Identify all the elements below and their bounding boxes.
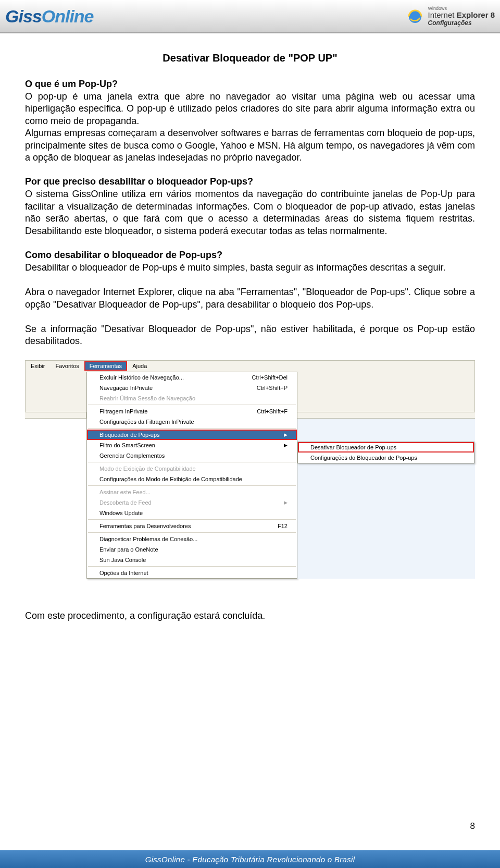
- menu-item-shortcut: Ctrl+Shift+Del: [252, 374, 288, 381]
- step2-para: Se a informação "Desativar Bloqueador de…: [25, 323, 475, 348]
- menu-item-label: Enviar para o OneNote: [99, 546, 158, 553]
- popup-blocker-submenu: Desativar Bloqueador de Pop-upsConfigura…: [297, 442, 474, 463]
- menu-item-label: Filtro do SmartScreen: [99, 442, 155, 448]
- menu-item-label: Configurações da Filtragem InPrivate: [99, 419, 194, 425]
- submenu-arrow-icon: ▶: [284, 432, 288, 437]
- menu-ajuda[interactable]: Ajuda: [127, 361, 152, 371]
- menu-item-shortcut: F12: [278, 523, 288, 529]
- ss-right-toolbar-bg: [297, 372, 475, 412]
- q3-para: Desabilitar o bloqueador de Pop-ups é mu…: [25, 262, 475, 274]
- q1-heading: O que é um Pop-Up?: [25, 79, 475, 90]
- submenu-item[interactable]: Desativar Bloqueador de Pop-ups: [298, 442, 474, 453]
- q1-para1: O pop-up é uma janela extra que abre no …: [25, 91, 475, 127]
- ss-right-bar: [297, 412, 475, 419]
- menu-ferramentas[interactable]: Ferramentas: [84, 361, 127, 371]
- menu-item[interactable]: Excluir Histórico de Navegação...Ctrl+Sh…: [87, 372, 297, 383]
- document-content: Desativar Bloqueador de "POP UP" O que é…: [0, 33, 500, 348]
- menu-item-label: Diagnosticar Problemas de Conexão...: [99, 536, 197, 542]
- ie-name: Internet: [428, 10, 457, 19]
- menu-item-label: Bloqueador de Pop-ups: [99, 432, 160, 438]
- page-number: 8: [470, 821, 475, 832]
- menu-item[interactable]: Enviar para o OneNote: [87, 544, 297, 555]
- menu-item-label: Filtragem InPrivate: [99, 408, 147, 414]
- ss-left-gutter-white: [25, 419, 86, 579]
- menu-item[interactable]: Diagnosticar Problemas de Conexão...: [87, 534, 297, 544]
- logo-online: Online: [42, 6, 94, 26]
- menu-item-label: Gerenciar Complementos: [99, 453, 165, 459]
- menu-item[interactable]: Bloqueador de Pop-ups▶: [87, 430, 297, 440]
- ie-title: Internet Explorer 8: [428, 11, 495, 19]
- menu-item-label: Opções da Internet: [99, 570, 148, 576]
- menubar: Exibir Favoritos Ferramentas Ajuda: [25, 360, 475, 372]
- menu-item: Assinar este Feed...: [87, 487, 297, 497]
- ie-version: 8: [491, 10, 495, 19]
- menu-item[interactable]: Configurações do Modo de Exibição de Com…: [87, 474, 297, 484]
- menu-item: Reabrir Última Sessão de Navegação: [87, 393, 297, 404]
- menu-item[interactable]: Gerenciar Complementos: [87, 450, 297, 461]
- menu-item-label: Descoberta de Feed: [99, 499, 152, 506]
- menu-item[interactable]: Sun Java Console: [87, 555, 297, 565]
- q2-para: O sistema GissOnline utiliza em vários m…: [25, 188, 475, 237]
- logo: GissOnline: [5, 6, 94, 27]
- menu-item-label: Navegação InPrivate: [99, 385, 153, 391]
- ss-right-area: Desativar Bloqueador de Pop-upsConfigura…: [297, 372, 475, 579]
- menu-item-shortcut: Ctrl+Shift+P: [257, 385, 288, 391]
- ie-text-block: Windows Internet Explorer 8 Configuraçõe…: [428, 6, 495, 26]
- menu-item-label: Ferramentas para Desenvolvedores: [99, 523, 191, 529]
- menu-item-label: Modo de Exibição de Compatibilidade: [99, 466, 196, 472]
- menu-item[interactable]: Configurações da Filtragem InPrivate: [87, 417, 297, 427]
- menu-item-label: Configurações do Modo de Exibição de Com…: [99, 476, 242, 482]
- ie-screenshot: Exibir Favoritos Ferramentas Ajuda Exclu…: [25, 360, 475, 579]
- q3-heading: Como desabilitar o bloqueador de Pop-ups…: [25, 250, 475, 261]
- menu-item: Modo de Exibição de Compatibilidade: [87, 463, 297, 474]
- doc-title: Desativar Bloqueador de "POP UP": [25, 52, 475, 64]
- header-bar: GissOnline Windows Internet Explorer 8 C…: [0, 0, 500, 33]
- menu-item[interactable]: Windows Update: [87, 508, 297, 518]
- menu-separator: [88, 519, 296, 520]
- screenshot-body: Excluir Histórico de Navegação...Ctrl+Sh…: [25, 372, 475, 579]
- menu-item-label: Sun Java Console: [99, 557, 146, 563]
- ss-right-content: Desativar Bloqueador de Pop-upsConfigura…: [297, 419, 475, 579]
- menu-separator: [88, 405, 296, 405]
- logo-giss: Giss: [5, 6, 42, 26]
- menu-favoritos[interactable]: Favoritos: [51, 361, 84, 371]
- ie-config-label: Configurações: [428, 20, 495, 26]
- menu-item[interactable]: Navegação InPrivateCtrl+Shift+P: [87, 383, 297, 393]
- menu-item[interactable]: Opções da Internet: [87, 568, 297, 578]
- menu-item: Descoberta de Feed▶: [87, 497, 297, 508]
- menu-separator: [88, 485, 296, 486]
- ss-left-gutter-toolbar: [25, 372, 86, 412]
- submenu-arrow-icon: ▶: [284, 500, 288, 505]
- q2-heading: Por que preciso desabilitar o bloqueador…: [25, 176, 475, 187]
- menu-exibir[interactable]: Exibir: [26, 361, 51, 371]
- menu-separator: [88, 428, 296, 429]
- menu-item[interactable]: Filtro do SmartScreen▶: [87, 440, 297, 450]
- footer-bar: GissOnline - Educação Tributária Revoluc…: [0, 850, 500, 868]
- menu-separator: [88, 532, 296, 533]
- submenu-item[interactable]: Configurações do Bloqueador de Pop-ups: [298, 453, 474, 463]
- menu-item-label: Assinar este Feed...: [99, 489, 151, 495]
- footer-text: GissOnline - Educação Tributária Revoluc…: [145, 855, 355, 864]
- menu-item-shortcut: Ctrl+Shift+F: [257, 408, 288, 414]
- ie-logo-icon: [406, 7, 424, 25]
- menu-item[interactable]: Filtragem InPrivateCtrl+Shift+F: [87, 406, 297, 417]
- ie-explorer: Explorer: [457, 10, 489, 19]
- header-right: Windows Internet Explorer 8 Configuraçõe…: [406, 6, 495, 26]
- tools-dropdown: Excluir Histórico de Navegação...Ctrl+Sh…: [86, 372, 297, 579]
- menu-item-label: Reabrir Última Sessão de Navegação: [99, 395, 195, 401]
- menu-item-label: Excluir Histórico de Navegação...: [99, 374, 184, 381]
- menu-item[interactable]: Ferramentas para DesenvolvedoresF12: [87, 521, 297, 531]
- menu-separator: [88, 566, 296, 567]
- menu-separator: [88, 462, 296, 462]
- step1-para: Abra o navegador Internet Explorer, cliq…: [25, 286, 475, 311]
- ss-left-gutter-bar: [25, 412, 86, 419]
- conclusion-para: Com este procedimento, a configuração es…: [25, 610, 475, 622]
- submenu-arrow-icon: ▶: [284, 443, 288, 448]
- q1-para2: Algumas empresas começaram a desenvolver…: [25, 127, 475, 164]
- menu-item-label: Windows Update: [99, 510, 143, 516]
